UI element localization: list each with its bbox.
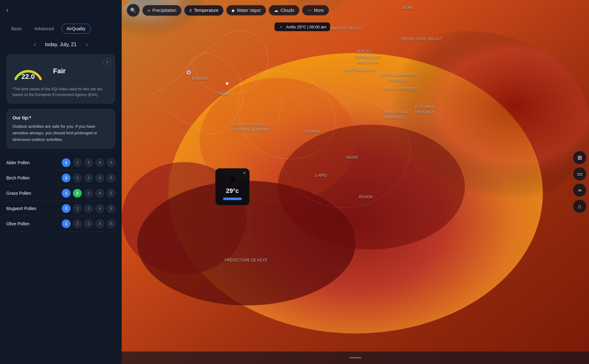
pollen-dot[interactable]: 4	[95, 158, 104, 167]
more-icon: ⋯	[307, 8, 312, 13]
temperature-button[interactable]: ◊ Temperature	[184, 5, 224, 16]
tooltip-text: Anilio 25°C | 09:00 am	[286, 25, 326, 29]
search-button[interactable]: 🔍	[127, 4, 140, 17]
pollen-dot[interactable]: 1	[62, 158, 71, 167]
pollen-dot[interactable]: 1	[62, 174, 71, 182]
pollen-name: Olive Pollen	[6, 221, 41, 226]
pollen-dot[interactable]: 5	[107, 174, 115, 182]
pollen-dot[interactable]: 5	[107, 158, 115, 167]
popup-unit: °c	[233, 187, 239, 194]
date-display: today, July, 21	[45, 42, 77, 47]
pollen-dot[interactable]: 2	[73, 174, 82, 182]
pollen-dot[interactable]: 5	[107, 204, 115, 213]
pollen-row: Olive Pollen 1 2 3 4 5	[6, 216, 115, 232]
help-button[interactable]: ?	[103, 58, 111, 66]
pollen-dot[interactable]: 1	[62, 189, 71, 198]
pollen-name: Grass Pollen	[6, 191, 41, 196]
pollen-row: Alder Pollen 1 2 3 4 5	[6, 155, 115, 170]
pollen-dot[interactable]: 1	[62, 204, 71, 213]
map-background	[122, 0, 589, 364]
svg-point-8	[278, 125, 465, 249]
popup-temperature: 29°c	[222, 187, 243, 194]
london-marker	[187, 70, 191, 74]
more-button[interactable]: ⋯ More	[302, 5, 329, 16]
bottom-handle[interactable]	[122, 352, 589, 364]
pollen-dot[interactable]: 3	[84, 174, 93, 182]
map-controls: ⊞ ▭ ≃ ⌂	[573, 151, 587, 213]
pollen-dot[interactable]: 3	[84, 219, 93, 228]
pollen-row: Grass Pollen 1 2 3 4 5	[6, 186, 115, 201]
prev-date-button[interactable]: ‹	[34, 41, 36, 48]
search-icon: 🔍	[130, 7, 136, 13]
tip-title: Our tip:*	[12, 115, 109, 120]
home-icon: ⌂	[578, 203, 582, 210]
back-button[interactable]: ‹	[6, 6, 16, 14]
pollen-dots: 1 2 3 4 5	[62, 219, 115, 228]
tab-airquality[interactable]: AirQuality	[61, 24, 91, 34]
aqi-gauge-area: 22.0 Fair	[12, 60, 109, 82]
pollen-dot[interactable]: 5	[107, 189, 115, 198]
map-area[interactable]: 🔍 ≈ Precipitation ◊ Temperature ◆ Water …	[122, 0, 589, 364]
pollen-dots: 1 2 3 4 5	[62, 174, 115, 182]
location-tooltip: 🔹 Anilio 25°C | 09:00 am	[275, 22, 330, 31]
pollen-dots: 1 2 3 4 5	[62, 189, 115, 198]
aqi-card: ? 22.0 Fair *The limit values of the AQI	[6, 54, 115, 104]
temperature-icon: ◊	[189, 8, 192, 13]
top-nav: 🔍 ≈ Precipitation ◊ Temperature ◆ Water …	[122, 0, 589, 21]
pollen-dot[interactable]: 4	[95, 219, 104, 228]
pollen-dot[interactable]: 3	[84, 204, 93, 213]
pollen-dot[interactable]: 4	[95, 189, 104, 198]
layers-button[interactable]: ⊞	[573, 151, 587, 165]
paris-marker	[226, 82, 228, 85]
popup-close-button[interactable]: ✕	[243, 170, 246, 175]
pollen-dot[interactable]: 2	[73, 158, 82, 167]
wind-button[interactable]: ≃	[573, 183, 587, 197]
tooltip-marker-icon: 🔹	[278, 24, 284, 29]
tab-basic[interactable]: Basic	[6, 24, 27, 33]
shape-icon: ▭	[577, 170, 582, 177]
pollen-dot[interactable]: 3	[84, 158, 93, 167]
aqi-label: Fair	[53, 67, 66, 75]
temperature-popup[interactable]: ✕ ☀ 29°c	[215, 168, 250, 205]
pollen-name: Alder Pollen	[6, 160, 41, 165]
pollen-dot[interactable]: 5	[107, 219, 115, 228]
clouds-icon: ☁	[274, 8, 278, 13]
watervapor-button[interactable]: ◆ Water Vapor	[226, 5, 266, 16]
pollen-dot[interactable]: 1	[62, 219, 71, 228]
tip-text: Outdoor activities are safe for you. If …	[12, 123, 109, 143]
popup-bar	[223, 198, 242, 200]
pollen-row: Mugwort Pollen 1 2 3 4 5	[6, 201, 115, 216]
layers-icon: ⊞	[577, 154, 582, 161]
pollen-dot[interactable]: 4	[95, 174, 104, 182]
precipitation-label: Precipitation	[152, 8, 176, 13]
tabs-row: Basic Advanced AirQuality	[6, 24, 115, 34]
watervapor-icon: ◆	[231, 8, 235, 13]
pollen-name: Birch Pollen	[6, 175, 41, 180]
more-label: More	[314, 8, 324, 13]
pollen-dot[interactable]: 4	[95, 204, 104, 213]
tip-card: Our tip:* Outdoor activities are safe fo…	[6, 109, 115, 149]
shape-button[interactable]: ▭	[573, 167, 587, 181]
clouds-button[interactable]: ☁ Clouds	[269, 5, 299, 16]
pollen-dot[interactable]: 3	[84, 189, 93, 198]
clouds-label: Clouds	[280, 8, 294, 13]
aqi-note: *The limit values of the AQI index used …	[12, 86, 109, 98]
temperature-label: Temperature	[194, 8, 219, 13]
aqi-gauge: 22.0	[12, 60, 44, 82]
pollen-dot[interactable]: 2	[73, 219, 82, 228]
pollen-name: Mugwort Pollen	[6, 206, 41, 211]
pollen-dots: 1 2 3 4 5	[62, 204, 115, 213]
date-nav: ‹ today, July, 21 ›	[6, 41, 115, 48]
tab-advanced[interactable]: Advanced	[29, 24, 59, 33]
precipitation-icon: ≈	[148, 8, 150, 13]
next-date-button[interactable]: ›	[86, 41, 88, 48]
precipitation-button[interactable]: ≈ Precipitation	[142, 5, 182, 16]
aqi-value: 22.0	[22, 73, 35, 81]
pollen-row: Birch Pollen 1 2 3 4 5	[6, 170, 115, 186]
home-button[interactable]: ⌂	[573, 199, 587, 213]
popup-sun-icon: ☀	[222, 174, 243, 185]
watervapor-label: Water Vapor	[237, 8, 261, 13]
pollen-dot[interactable]: 2	[73, 189, 82, 198]
pollen-dot[interactable]: 2	[73, 204, 82, 213]
wind-icon: ≃	[578, 187, 582, 193]
